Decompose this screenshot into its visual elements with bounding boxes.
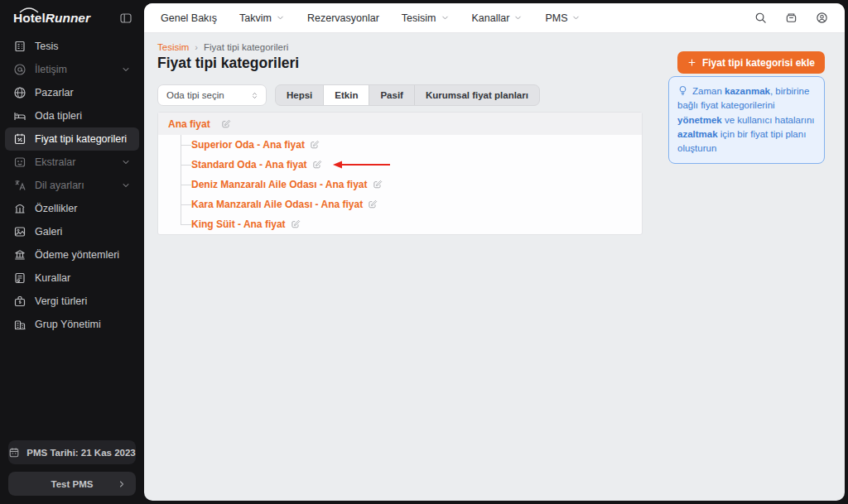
sidebar-item-iletisim[interactable]: İletişim [5,58,139,81]
sidebar-item-label: Dil ayarları [35,180,84,191]
nav-label: Rezervasyonlar [307,12,379,24]
room-type-select[interactable]: Oda tipi seçin [157,84,267,106]
sidebar-item-tesis[interactable]: Tesis [5,35,139,58]
gallery-icon [13,225,26,238]
filter-row: Oda tipi seçin Hepsi Etkin Pasif Kurumsa… [157,84,540,106]
nav-label: Takvim [239,12,272,24]
features-icon [13,202,26,215]
annotation-arrow-icon [332,161,392,169]
edit-icon[interactable] [310,140,320,150]
nav-genel-bakis[interactable]: Genel Bakış [161,12,217,24]
edit-icon[interactable] [221,119,231,129]
rules-icon [13,271,26,285]
sidebar-item-label: Galeri [35,226,62,238]
segment-kurumsal-fiyat-planlari[interactable]: Kurumsal fiyat planları [415,85,539,105]
sidebar-item-label: Oda tipleri [35,110,82,122]
edit-icon[interactable] [373,180,383,190]
test-pms-label: Test PMS [51,479,94,489]
price-category-tree: Ana fiyat Superior Oda - Ana fiyat Stand… [157,112,643,235]
page-content: Tesisim › Fiyat tipi kategorileri Fiyat … [144,33,845,500]
breadcrumb-separator: › [195,42,198,52]
chevron-down-icon [441,13,450,22]
nav-kanallar[interactable]: Kanallar [472,12,523,24]
status-segmented-control: Hepsi Etkin Pasif Kurumsal fiyat planlar… [275,84,540,106]
brand-logo[interactable]: HotelRunner [13,11,90,26]
nav-tesisim[interactable]: Tesisim [402,12,450,24]
tip-text-bold: azaltmak [677,129,718,139]
pms-date-label: PMS Tarihi: 21 Kas 2023 [26,448,135,458]
segment-pasif[interactable]: Pasif [369,85,415,105]
edit-icon[interactable] [312,160,322,170]
price-category-icon [13,132,26,146]
nav-label: Genel Bakış [161,12,217,24]
tip-box: Zaman kazanmak, birbirine bağlı fiyat ka… [668,76,825,164]
tip-text: Zaman [692,86,725,96]
sidebar-item-ekstralar[interactable]: Ekstralar [5,151,139,174]
nav-pms[interactable]: PMS [545,12,581,24]
breadcrumb: Tesisim › Fiyat tipi kategorileri [157,42,288,52]
lightbulb-icon [677,85,688,96]
tree-root-row: Ana fiyat [158,113,642,135]
pms-date-button[interactable]: PMS Tarihi: 21 Kas 2023 [8,440,136,464]
sidebar-item-galeri[interactable]: Galeri [5,220,139,243]
segment-hepsi[interactable]: Hepsi [276,85,324,105]
tree-item-label[interactable]: Standard Oda - Ana fiyat [191,159,307,170]
sidebar-item-kurallar[interactable]: Kurallar [5,266,139,290]
sidebar-item-fiyat-tipi-kategorileri[interactable]: Fiyat tipi kategorileri [5,127,139,151]
nav-label: Kanallar [472,12,510,24]
edit-icon[interactable] [291,219,301,229]
tree-root-label[interactable]: Ana fiyat [168,118,210,130]
profile-icon[interactable] [816,12,828,24]
bed-icon [13,109,26,122]
tree-row: Deniz Manzaralı Aile Odası - Ana fiyat [158,175,642,194]
search-icon[interactable] [754,12,767,24]
tree-row: Kara Manzaralı Aile Odası - Ana fiyat [158,194,642,214]
sidebar-item-pazarlar[interactable]: Pazarlar [5,81,139,104]
test-pms-button[interactable]: Test PMS [8,472,136,496]
add-category-button[interactable]: Fiyat tipi kategorisi ekle [677,51,825,74]
top-navigation: Genel Bakış Takvim Rezervasyonlar Tesisi… [144,3,845,33]
tree-children: Superior Oda - Ana fiyat Standard Oda - … [158,135,642,234]
nav-label: PMS [545,12,567,24]
edit-icon[interactable] [368,199,378,209]
tree-item-label[interactable]: Deniz Manzaralı Aile Odası - Ana fiyat [191,179,368,190]
updown-icon [250,91,259,100]
sidebar-item-label: Vergi türleri [35,295,87,307]
language-icon [13,179,26,192]
pos-terminal-icon[interactable] [785,12,797,24]
nav-takvim[interactable]: Takvim [239,12,285,24]
logo-roof-icon [19,7,39,13]
tree-item-label[interactable]: Superior Oda - Ana fiyat [191,139,305,151]
sidebar-item-odeme-yontemleri[interactable]: Ödeme yöntemleri [5,243,139,266]
sidebar-item-grup-yonetimi[interactable]: Grup Yönetimi [5,313,139,336]
sidebar-item-label: Kurallar [35,272,70,284]
sidebar-item-label: Fiyat tipi kategorileri [35,133,127,145]
main-panel: Genel Bakış Takvim Rezervasyonlar Tesisi… [144,3,845,501]
sidebar-item-label: İletişim [35,64,67,75]
segment-etkin[interactable]: Etkin [324,85,369,105]
sidebar-item-ozellikler[interactable]: Özellikler [5,197,139,220]
sidebar-item-oda-tipleri[interactable]: Oda tipleri [5,104,139,127]
tree-item-label[interactable]: King Süit - Ana fiyat [191,218,286,230]
nav-rezervasyonlar[interactable]: Rezervasyonlar [307,12,379,24]
chevron-down-icon [276,13,285,22]
sidebar-item-label: Ekstralar [35,156,75,168]
breadcrumb-parent[interactable]: Tesisim [157,42,189,52]
tree-row: King Süit - Ana fiyat [158,214,642,234]
room-type-select-value: Oda tipi seçin [166,90,224,100]
sidebar-item-vergi-turleri[interactable]: Vergi türleri [5,290,139,313]
sidebar-menu: Tesis İletişim Pazarlar Oda tipleri Fiya… [0,33,144,338]
sidebar-item-dil-ayarlari[interactable]: Dil ayarları [5,174,139,197]
nav-label: Tesisim [402,12,436,24]
chevron-down-icon [571,13,581,22]
bank-icon [13,248,26,262]
sidebar-collapse-icon[interactable] [119,12,132,25]
chevron-down-icon [121,180,131,190]
page-title: Fiyat tipi kategorileri [157,55,299,72]
tip-text: ve kullanıcı hatalarını [722,115,815,125]
plus-icon [687,58,696,67]
breadcrumb-current: Fiyat tipi kategorileri [204,42,288,52]
chevron-down-icon [121,65,131,74]
tree-item-label[interactable]: Kara Manzaralı Aile Odası - Ana fiyat [191,199,363,210]
badge-icon [13,156,26,169]
